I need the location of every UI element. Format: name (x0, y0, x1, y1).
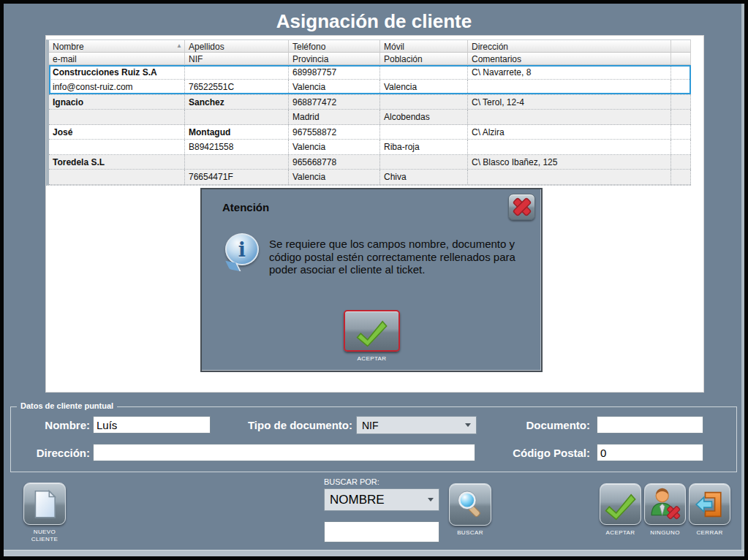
cerrar-label: CERRAR (689, 529, 730, 537)
table-cell (671, 125, 691, 139)
client-assignment-window: Asignación de cliente Nombre▲ Apellidos … (0, 0, 748, 560)
table-cell: 965668778 (289, 155, 380, 169)
column-header-provincia[interactable]: Provincia (289, 53, 380, 65)
exit-icon (693, 488, 727, 521)
table-cell (671, 80, 691, 94)
ninguno-button[interactable] (644, 483, 686, 525)
record-row-2: B89421558 Valencia Riba-roja (49, 140, 691, 154)
window-body: Asignación de cliente Nombre▲ Apellidos … (4, 4, 744, 556)
table-cell: C\ Terol, 12-4 (468, 95, 671, 109)
close-button[interactable] (508, 194, 535, 220)
table-cell (380, 95, 468, 109)
table-cell (671, 65, 691, 79)
nombre-label: Nombre: (22, 419, 90, 431)
close-x-icon (510, 195, 534, 219)
record-row-2: info@const-ruiz.com 76522551C Valencia V… (49, 80, 691, 94)
table-cell (185, 155, 289, 169)
table-cell: Sanchez (185, 95, 289, 109)
clients-table: Nombre▲ Apellidos Teléfono Móvil Direcci… (46, 39, 691, 186)
direccion-input[interactable] (93, 444, 475, 461)
nombre-input[interactable] (93, 416, 211, 434)
column-header-nif[interactable]: NIF (185, 53, 289, 65)
table-cell: 967558872 (289, 125, 380, 139)
column-header-email[interactable]: e-mail (49, 53, 185, 65)
chevron-down-icon (428, 498, 434, 502)
buscar-por-select[interactable]: NOMBRE (324, 488, 439, 511)
table-cell: Alcobendas (380, 110, 468, 124)
codigo-postal-input[interactable] (597, 444, 703, 461)
table-cell: 968877472 (289, 95, 380, 109)
table-cell (49, 170, 185, 184)
table-cell (671, 110, 691, 124)
column-header-apellidos[interactable]: Apellidos (185, 40, 289, 53)
table-cell (671, 155, 691, 169)
nuevo-cliente-label: NUEVO CLIENTE (23, 529, 66, 543)
record-row-1: Toredela S.L 965668778 C\ Blasco Ibañez,… (49, 155, 691, 170)
table-cell (49, 110, 185, 124)
column-header-movil[interactable]: Móvil (380, 40, 468, 53)
attention-dialog: Atención i Se requiere que los campos no… (200, 188, 543, 372)
info-icon: i (225, 233, 259, 265)
no-customer-icon (648, 487, 683, 522)
documento-label: Documento: (512, 419, 590, 431)
window-bottom-edge (4, 550, 744, 556)
cerrar-button[interactable] (689, 483, 730, 525)
column-header-direccion[interactable]: Dirección (468, 40, 671, 53)
table-cell: Valencia (289, 170, 380, 184)
buscar-button[interactable] (449, 483, 491, 526)
table-cell (380, 125, 468, 139)
groupbox-title: Datos de cliente puntual (17, 401, 117, 410)
table-record[interactable]: Construcciones Ruiz S.A 689987757 C\ Nav… (49, 65, 691, 95)
record-row-1: Ignacio Sanchez 968877472 C\ Terol, 12-4 (49, 95, 691, 110)
table-record[interactable]: Ignacio Sanchez 968877472 C\ Terol, 12-4… (49, 95, 691, 125)
page-title: Asignación de cliente (4, 10, 744, 33)
codigo-postal-label: Código Postal: (508, 447, 590, 459)
sort-asc-icon: ▲ (176, 42, 182, 49)
table-cell: Ignacio (49, 95, 185, 109)
table-cell: info@const-ruiz.com (49, 80, 185, 94)
ninguno-label: NINGUNO (644, 529, 686, 537)
table-record[interactable]: José Montagud 967558872 C\ Alzira B89421… (49, 125, 691, 155)
table-record[interactable]: Toredela S.L 965668778 C\ Blasco Ibañez,… (49, 155, 691, 185)
table-cell: Valencia (380, 80, 468, 94)
table-cell: Madrid (289, 110, 380, 124)
tipo-documento-select[interactable]: NIF (356, 416, 477, 434)
check-icon (354, 315, 390, 347)
table-cell: 689987757 (289, 65, 380, 79)
buscar-label: BUSCAR (449, 529, 491, 537)
table-cell (49, 140, 185, 154)
table-header-row-1: Nombre▲ Apellidos Teléfono Móvil Direcci… (49, 40, 691, 53)
table-cell: Construcciones Ruiz S.A (49, 65, 185, 79)
table-cell (185, 110, 289, 124)
table-cell (380, 65, 468, 79)
table-cell: Montagud (185, 125, 289, 139)
column-header-telefono[interactable]: Teléfono (289, 40, 380, 53)
table-cell: C\ Navarrete, 8 (468, 65, 671, 79)
column-header-extra (671, 40, 691, 53)
new-document-icon (29, 487, 61, 521)
chevron-down-icon (465, 423, 471, 427)
table-cell: Toredela S.L (49, 155, 185, 169)
nuevo-cliente-button[interactable] (23, 483, 66, 525)
dialog-message: Se requiere que los campos nombre, docum… (269, 238, 531, 276)
search-input[interactable] (324, 521, 439, 542)
aceptar-button[interactable] (600, 483, 641, 525)
table-cell (468, 80, 671, 94)
table-cell: Valencia (289, 80, 380, 94)
column-header-comentarios[interactable]: Comentarios (468, 53, 671, 65)
table-cell: Riba-roja (380, 140, 468, 154)
table-cell: José (49, 125, 185, 139)
tipo-documento-label: Tipo de documento: (240, 419, 352, 431)
table-cell (468, 170, 671, 184)
table-cell (380, 155, 468, 169)
direccion-label: Dirección: (22, 447, 90, 459)
table-cell: 76522551C (185, 80, 289, 94)
documento-input[interactable] (597, 416, 703, 434)
table-header-row-2: e-mail NIF Provincia Población Comentari… (49, 53, 691, 65)
aceptar-label: ACEPTAR (600, 529, 641, 537)
dialog-accept-button[interactable] (344, 310, 400, 352)
column-header-nombre[interactable]: Nombre▲ (49, 40, 185, 53)
dialog-title: Atención (222, 201, 269, 213)
table-cell: C\ Alzira (468, 125, 671, 139)
column-header-poblacion[interactable]: Población (380, 53, 468, 65)
